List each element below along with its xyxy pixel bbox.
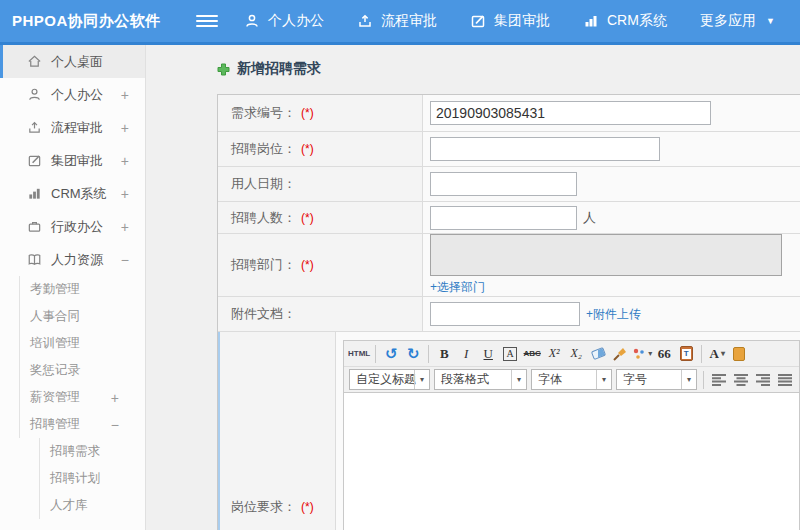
expand-toggle[interactable]: + [111,390,119,406]
attachment-upload-link[interactable]: +附件上传 [586,306,641,323]
sidebar-item-label: 培训管理 [30,335,80,352]
unit-suffix: 人 [583,209,596,227]
field-label: 附件文档： [231,305,296,323]
sidebar-item-hr-contract[interactable]: 人事合同 [19,303,145,330]
sidebar-item-recruit-mgmt[interactable]: 招聘管理 − [19,411,145,438]
demand-number-input[interactable] [430,101,711,125]
nav-item-group-approval[interactable]: 集团审批 [470,12,550,30]
sidebar-item-label: 集团审批 [51,152,103,170]
expand-toggle[interactable]: + [121,87,129,103]
toolbar-separator [375,345,376,363]
sidebar-item-group-approval[interactable]: 集团审批 + [0,144,145,177]
highlight-color-button[interactable] [729,344,749,364]
sidebar-item-crm[interactable]: CRM系统 + [0,177,145,210]
sidebar-item-label: 招聘计划 [50,470,100,487]
attachment-input[interactable] [430,302,580,326]
justify-button[interactable] [775,370,795,390]
italic-button[interactable]: I [456,344,476,364]
field-label: 招聘人数： [231,209,296,227]
sidebar-item-label: 人事合同 [30,308,80,325]
nav-item-crm[interactable]: CRM系统 [583,12,667,30]
department-box[interactable] [430,234,782,276]
caret-down-icon: ▾ [511,370,526,389]
nav-item-flow-approval[interactable]: 流程审批 [357,12,437,30]
sidebar-item-talent-pool[interactable]: 人才库 [39,492,145,519]
paste-as-text-button[interactable]: T [676,344,696,364]
edit-approval-icon [470,13,486,29]
bold-button[interactable]: B [434,344,454,364]
font-size-dropdown[interactable]: 字号 ▾ [616,369,697,390]
sidebar-item-flow-approval[interactable]: 流程审批 + [0,111,145,144]
align-left-button[interactable] [709,370,729,390]
page-title: 新增招聘需求 [237,60,321,78]
font-family-dropdown[interactable]: 字体 ▾ [531,369,612,390]
sidebar-item-admin-office[interactable]: 行政办公 + [0,210,145,243]
sidebar-item-training[interactable]: 培训管理 [19,330,145,357]
underline-button[interactable]: U [478,344,498,364]
field-label: 用人日期： [231,175,296,193]
font-color-button[interactable]: A ▾ [707,344,727,364]
sidebar-item-label: 人力资源 [51,251,103,269]
position-input[interactable] [430,137,660,161]
font-style-button[interactable]: A [500,344,520,364]
rich-text-editor: HTML ↺ ↻ B I U A ABC X² X₂ [343,340,800,530]
superscript-button[interactable]: X² [544,344,564,364]
add-icon [217,63,230,76]
align-right-button[interactable] [753,370,773,390]
expand-toggle[interactable]: + [121,120,129,136]
undo-button[interactable]: ↺ [381,344,401,364]
form-row-demand-number: 需求编号： (*) [218,95,800,131]
app-window: PHPOA协同办公软件 个人办公 流程审批 集团审批 CRM系统 更多应用 ▼ [0,0,800,530]
caret-down-icon: ▾ [681,370,696,389]
sidebar-item-label: 薪资管理 [30,389,80,406]
edit-approval-icon [27,153,42,168]
expand-toggle[interactable]: + [121,186,129,202]
remove-format-button[interactable] [588,344,608,364]
sidebar-item-label: 流程审批 [51,119,103,137]
headcount-input[interactable] [430,206,577,230]
editor-toolbar-row1: HTML ↺ ↻ B I U A ABC X² X₂ [344,341,799,367]
sidebar-item-personal-office[interactable]: 个人办公 + [0,78,145,111]
form-row-hire-date: 用人日期： [218,166,800,201]
align-center-button[interactable] [731,370,751,390]
form-row-requirements: 岗位要求： (*) HTML ↺ ↻ B I U [218,331,800,530]
sidebar-item-recruit-plan[interactable]: 招聘计划 [39,465,145,492]
toolbar-separator [428,345,429,363]
select-department-link[interactable]: +选择部门 [430,279,485,296]
expand-toggle[interactable]: + [121,153,129,169]
nav-item-personal-office[interactable]: 个人办公 [244,12,324,30]
editor-content-area[interactable] [344,393,799,530]
redo-button[interactable]: ↻ [403,344,423,364]
caret-down-icon: ▼ [766,16,775,26]
caret-down-icon: ▾ [596,370,611,389]
paragraph-format-dropdown[interactable]: 段落格式 ▾ [434,369,527,390]
hamburger-icon[interactable] [196,15,218,27]
sidebar-item-rewards[interactable]: 奖惩记录 [19,357,145,384]
nav-item-more-apps[interactable]: 更多应用 ▼ [700,12,775,30]
html-source-button[interactable]: HTML [348,344,370,364]
collapse-toggle[interactable]: − [111,417,119,433]
sidebar-item-label: 人才库 [50,497,88,514]
user-icon [244,13,260,29]
sidebar-item-salary[interactable]: 薪资管理 + [19,384,145,411]
book-icon [27,252,42,267]
expand-toggle[interactable]: + [121,219,129,235]
page-header: 新增招聘需求 [217,59,800,79]
sidebar-item-hr[interactable]: 人力资源 − [0,243,145,276]
collapse-toggle[interactable]: − [121,252,129,268]
sidebar-item-personal-desktop[interactable]: 个人桌面 [0,45,145,78]
hire-date-input[interactable] [430,172,577,196]
sidebar-item-recruit-demand[interactable]: 招聘需求 [39,438,145,465]
strikethrough-button[interactable]: ABC [522,344,542,364]
sidebar-item-attendance[interactable]: 考勤管理 [19,276,145,303]
quick-format-button[interactable]: ▾ [632,344,652,364]
blockquote-button[interactable]: 66 [654,344,674,364]
form-row-department: 招聘部门： (*) +选择部门 [218,233,800,296]
caret-down-icon: ▾ [721,349,725,358]
field-label: 招聘部门： [231,256,296,274]
clear-format-button[interactable] [610,344,630,364]
subscript-button[interactable]: X₂ [566,344,586,364]
brush-icon [613,347,627,361]
sidebar-item-label: 行政办公 [51,218,103,236]
custom-title-dropdown[interactable]: 自定义标题 ▾ [349,369,430,390]
